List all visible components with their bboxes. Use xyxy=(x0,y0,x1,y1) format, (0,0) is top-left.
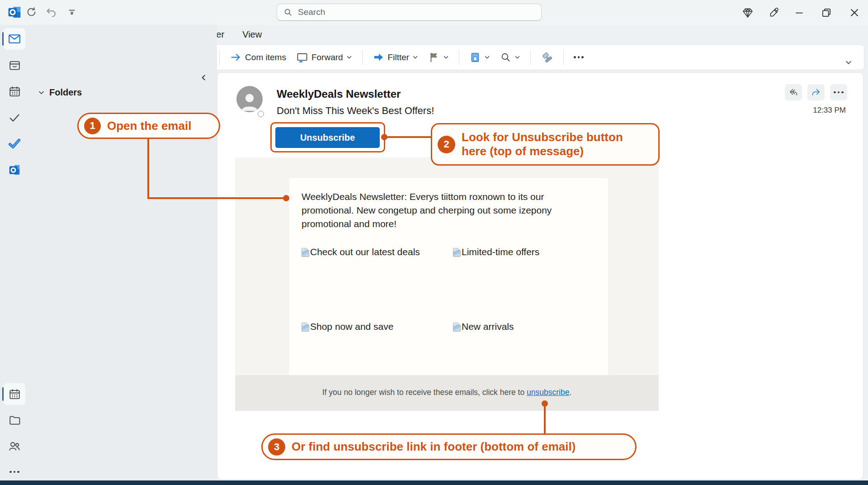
toolbar-divider xyxy=(530,50,531,65)
filter-arrow-icon xyxy=(373,51,385,63)
annotation-step-1: 1 Open the email xyxy=(77,113,220,139)
stamp-button[interactable] xyxy=(537,48,557,67)
unsubscribe-highlight-box xyxy=(270,122,385,152)
broken-image-icon xyxy=(302,248,309,257)
search-input[interactable] xyxy=(298,7,535,17)
forward-label: Forward xyxy=(311,52,343,62)
magnifier-icon xyxy=(500,52,511,63)
annotation-connector-line xyxy=(544,405,546,433)
restore-window-icon[interactable] xyxy=(820,6,833,19)
email-footer: If you no longer wish to receive these e… xyxy=(235,375,659,411)
undo-icon[interactable] xyxy=(45,6,57,18)
filter-label: Filtter xyxy=(388,52,410,62)
nav-more[interactable] xyxy=(4,461,25,483)
nav-tasks[interactable] xyxy=(4,107,25,128)
tab-view[interactable]: View xyxy=(241,29,264,41)
forward-button[interactable]: Forward xyxy=(292,48,356,66)
checkmark-icon xyxy=(8,111,21,124)
minimize-icon[interactable] xyxy=(793,6,806,19)
arrow-right-icon xyxy=(230,51,242,63)
chevron-down-icon xyxy=(346,54,352,60)
image-alt-text: Shop now and save xyxy=(310,321,393,332)
email-image-placeholder: Check out our latest deals xyxy=(302,247,420,257)
email-image-placeholder: New arrivals xyxy=(453,321,514,332)
search-bar[interactable] xyxy=(277,4,542,21)
image-alt-text: Limited-time offers xyxy=(462,247,539,257)
ribbon-collapse-button[interactable] xyxy=(841,56,856,69)
email-image-placeholder: Limited-time offers xyxy=(453,247,539,257)
close-icon[interactable] xyxy=(848,6,861,19)
left-panel-background xyxy=(0,25,217,480)
collapse-pane-button[interactable] xyxy=(200,74,208,81)
edit-pencil-icon[interactable] xyxy=(768,6,780,19)
mail-icon xyxy=(8,32,21,46)
premium-gem-icon[interactable] xyxy=(741,6,754,19)
step-2-badge: 2 xyxy=(438,136,455,153)
nav-outlook-apps[interactable] xyxy=(4,159,25,181)
folders-title: Folders xyxy=(49,87,82,98)
reply-all-icon xyxy=(788,87,799,98)
nav-calendar-bottom[interactable] xyxy=(4,383,25,405)
email-image-placeholder: Shop now and save xyxy=(302,321,393,332)
broken-image-icon xyxy=(453,248,461,257)
forward-arrow-icon xyxy=(811,87,821,98)
nav-folders[interactable] xyxy=(4,409,25,431)
toolbar-divider xyxy=(459,50,459,65)
image-alt-text: Check out our latest deals xyxy=(310,247,420,257)
nav-archive[interactable] xyxy=(4,54,25,76)
more-ellipsis-icon xyxy=(574,56,584,58)
reply-all-button[interactable] xyxy=(785,84,802,100)
annotation-connector-dot xyxy=(283,195,289,201)
chevron-down-icon xyxy=(38,89,45,96)
step-3-label: Or find unsubscribe link in footer (bott… xyxy=(292,440,576,454)
sender-name: WeeklyDeals Newsletter xyxy=(277,88,401,100)
annotation-connector-line xyxy=(147,197,285,199)
send-to-onenote-button[interactable] xyxy=(466,49,494,66)
more-ellipsis-icon xyxy=(9,471,19,473)
step-1-badge: 1 xyxy=(84,118,101,134)
annotation-step-2: 2 Look for Unsubscribe button here (top … xyxy=(431,123,660,166)
nav-calendar[interactable] xyxy=(4,81,25,102)
calendar-icon xyxy=(8,388,21,401)
clipboard-icon xyxy=(469,52,481,63)
chevron-down-icon xyxy=(514,54,520,60)
outlook-app-icon xyxy=(7,5,22,19)
toolbar-divider xyxy=(219,50,220,65)
toolbar-divider xyxy=(563,50,564,65)
flag-icon xyxy=(428,52,440,63)
quick-access-toolbar-icon[interactable] xyxy=(68,8,76,16)
filter-button[interactable]: Filtter xyxy=(369,48,422,66)
nav-people[interactable] xyxy=(4,435,25,457)
annotation-step-3: 3 Or find unsubscribe link in footer (bo… xyxy=(261,433,637,460)
sync-icon[interactable] xyxy=(25,6,38,18)
chevron-down-icon xyxy=(845,59,852,66)
step-1-label: Open the email xyxy=(107,119,191,133)
broken-image-icon xyxy=(453,323,461,332)
nav-mail[interactable] xyxy=(4,28,25,50)
people-icon xyxy=(8,439,21,453)
flag-button[interactable] xyxy=(425,49,453,66)
com-items-button[interactable]: Com items xyxy=(226,48,290,66)
message-more-button[interactable] xyxy=(830,84,847,100)
forward-message-button[interactable] xyxy=(807,84,825,100)
title-bar xyxy=(0,0,868,25)
chevron-down-icon xyxy=(412,54,418,60)
annotation-connector-line xyxy=(387,136,432,138)
person-icon xyxy=(238,90,261,112)
search-tool-button[interactable] xyxy=(496,49,524,66)
sender-avatar xyxy=(236,86,263,112)
unsubscribe-link[interactable]: unsubscribe xyxy=(527,388,569,397)
annotation-connector-line xyxy=(147,139,149,198)
message-actions xyxy=(785,84,847,100)
nav-todo-app[interactable] xyxy=(4,133,25,154)
more-commands-button[interactable] xyxy=(570,53,587,61)
folders-header[interactable]: Folders xyxy=(38,87,82,98)
toolbar-divider xyxy=(362,50,363,65)
step-2-label: Look for Unsubscribe button here (top of… xyxy=(462,130,642,158)
folder-icon xyxy=(8,414,21,427)
chevron-down-icon xyxy=(443,54,449,60)
archive-icon xyxy=(8,59,21,72)
footer-text: If you no longer wish to receive these e… xyxy=(322,388,527,397)
presence-indicator xyxy=(258,111,264,117)
forward-item-icon xyxy=(296,51,308,63)
